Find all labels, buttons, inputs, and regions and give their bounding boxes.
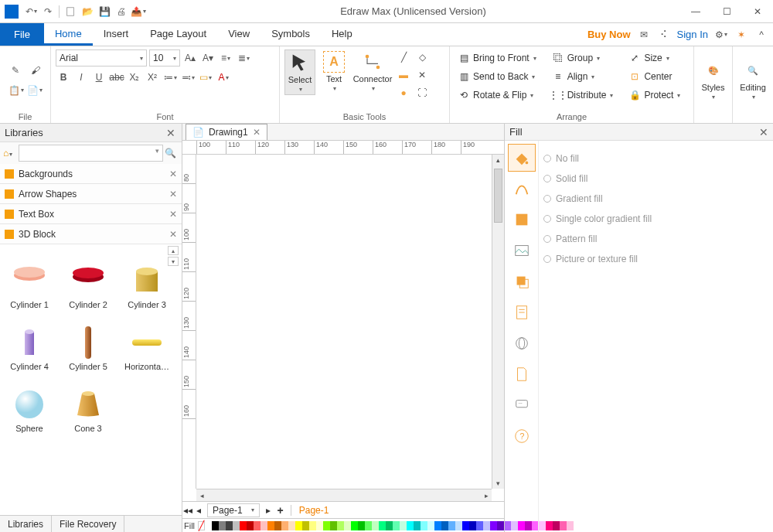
- color-swatch[interactable]: [233, 521, 240, 530]
- page-select[interactable]: Page-1▾: [207, 503, 260, 517]
- footer-tab-libraries[interactable]: Libraries: [0, 516, 52, 532]
- send-to-back-button[interactable]: ▥Send to Back▾: [455, 68, 540, 85]
- tab-page-layout[interactable]: Page Layout: [139, 23, 217, 46]
- add-page-button[interactable]: +: [274, 504, 288, 517]
- close-icon[interactable]: ✕: [169, 209, 177, 220]
- align-text-icon[interactable]: ≣▾: [236, 50, 251, 66]
- page-tab[interactable]: Page-1: [295, 505, 334, 516]
- font-size-select[interactable]: 10▾: [149, 49, 180, 66]
- scroll-right-icon[interactable]: ▸: [481, 489, 492, 501]
- highlight-icon[interactable]: ▭▾: [198, 70, 213, 85]
- print-icon[interactable]: 🖨: [114, 4, 129, 19]
- line-style-icon[interactable]: [508, 175, 536, 203]
- ellipse-tool-icon[interactable]: ●: [396, 85, 411, 101]
- color-swatch[interactable]: [247, 521, 254, 530]
- minimize-button[interactable]: —: [680, 1, 711, 22]
- undo-icon[interactable]: ↶▾: [23, 4, 39, 19]
- vertical-scrollbar[interactable]: ▴ ▾: [492, 155, 504, 489]
- collapse-ribbon-icon[interactable]: ^: [754, 28, 768, 42]
- color-swatch[interactable]: [274, 521, 281, 530]
- close-icon[interactable]: ✕: [169, 189, 177, 200]
- color-swatch[interactable]: [351, 521, 358, 530]
- rectangle-tool-icon[interactable]: ▬: [396, 67, 411, 83]
- size-button[interactable]: ⤢Size▾: [625, 49, 683, 66]
- buy-now-link[interactable]: Buy Now: [587, 29, 631, 40]
- save-icon[interactable]: 💾: [97, 4, 112, 19]
- footer-tab-recovery[interactable]: File Recovery: [52, 516, 124, 532]
- color-swatch[interactable]: [240, 521, 247, 530]
- color-swatch[interactable]: [434, 521, 441, 530]
- color-swatch[interactable]: [476, 521, 483, 530]
- gear-icon[interactable]: ⚙▾: [714, 28, 728, 42]
- color-swatch[interactable]: [254, 521, 261, 530]
- home-icon[interactable]: ⌂▾: [3, 148, 17, 159]
- close-button[interactable]: ✕: [742, 1, 773, 22]
- color-swatch[interactable]: [212, 521, 219, 530]
- sign-in-link[interactable]: Sign In: [677, 29, 708, 40]
- connector-tool[interactable]: Connector ▾: [352, 49, 393, 94]
- library-search-input[interactable]: ▾: [19, 145, 163, 162]
- color-swatch[interactable]: [302, 521, 309, 530]
- color-swatch[interactable]: [358, 521, 365, 530]
- color-swatch[interactable]: [462, 521, 469, 530]
- color-swatch[interactable]: [337, 521, 344, 530]
- tab-insert[interactable]: Insert: [93, 23, 140, 46]
- delete-tool-icon[interactable]: ✕: [414, 67, 430, 83]
- color-swatch[interactable]: [365, 521, 372, 530]
- shape-item[interactable]: Cylinder 5: [59, 309, 117, 371]
- close-icon[interactable]: ✕: [166, 127, 177, 139]
- color-swatch[interactable]: [261, 521, 267, 530]
- color-swatch[interactable]: [288, 521, 295, 530]
- library-category[interactable]: Arrow Shapes✕: [0, 184, 182, 204]
- close-icon[interactable]: ✕: [169, 229, 177, 240]
- scroll-left-icon[interactable]: ◂: [196, 489, 207, 501]
- editing-button[interactable]: 🔍 Editing ▾: [737, 58, 768, 102]
- export-icon[interactable]: 📤▾: [131, 4, 146, 19]
- fill-option[interactable]: Picture or texture fill: [543, 249, 768, 269]
- protect-button[interactable]: 🔒Protect▾: [625, 87, 683, 104]
- layer-icon[interactable]: [508, 268, 536, 295]
- paste-icon[interactable]: 📋▾: [9, 83, 24, 98]
- color-swatch[interactable]: [386, 521, 393, 530]
- color-swatch[interactable]: [219, 521, 226, 530]
- feedback-icon[interactable]: ✉: [637, 28, 651, 42]
- color-swatch[interactable]: [455, 521, 462, 530]
- color-swatch[interactable]: [497, 521, 504, 530]
- shape-item[interactable]: Cone 3: [59, 371, 117, 433]
- library-category[interactable]: Backgrounds✕: [0, 164, 182, 184]
- italic-button[interactable]: I: [73, 70, 89, 85]
- subscript-button[interactable]: X₂: [127, 70, 142, 85]
- scroll-thumb[interactable]: [494, 169, 502, 223]
- globe-icon[interactable]: [508, 329, 536, 357]
- increase-font-icon[interactable]: A▴: [182, 50, 198, 66]
- help-icon[interactable]: ?: [508, 422, 536, 450]
- color-swatch[interactable]: [414, 521, 421, 530]
- prev-page-icon[interactable]: ◂◂: [182, 505, 193, 516]
- clipboard-icon[interactable]: [508, 298, 536, 326]
- shelf-scroll-up[interactable]: ▴: [168, 246, 179, 255]
- pointer-icon[interactable]: ✎: [8, 63, 23, 78]
- color-swatch[interactable]: [309, 521, 316, 530]
- bring-to-front-button[interactable]: ▤Bring to Front▾: [455, 49, 540, 66]
- search-icon[interactable]: 🔍: [165, 148, 179, 159]
- open-icon[interactable]: 📂: [80, 4, 95, 19]
- format-painter-icon[interactable]: 🖌: [28, 63, 43, 78]
- shape-item[interactable]: Cylinder 4: [0, 309, 59, 371]
- color-swatch[interactable]: [490, 521, 497, 530]
- group-button[interactable]: ⿻Group▾: [549, 49, 617, 66]
- shape-item[interactable]: Sphere: [0, 371, 59, 433]
- copy-icon[interactable]: 📄▾: [27, 83, 43, 98]
- bullets-icon[interactable]: ≔▾: [162, 70, 178, 85]
- close-icon[interactable]: ✕: [759, 126, 768, 138]
- close-tab-icon[interactable]: ✕: [253, 127, 261, 138]
- file-menu[interactable]: File: [0, 23, 44, 46]
- color-swatch[interactable]: [372, 521, 379, 530]
- color-swatch[interactable]: [205, 521, 212, 530]
- tab-view[interactable]: View: [217, 23, 261, 46]
- distribute-button[interactable]: ⋮⋮Distribute▾: [549, 87, 617, 104]
- fill-option[interactable]: No fill: [543, 148, 768, 169]
- center-button[interactable]: ⊡Center: [625, 68, 683, 85]
- decrease-font-icon[interactable]: A▾: [200, 50, 216, 66]
- tab-symbols[interactable]: Symbols: [261, 23, 321, 46]
- color-swatch[interactable]: [400, 521, 407, 530]
